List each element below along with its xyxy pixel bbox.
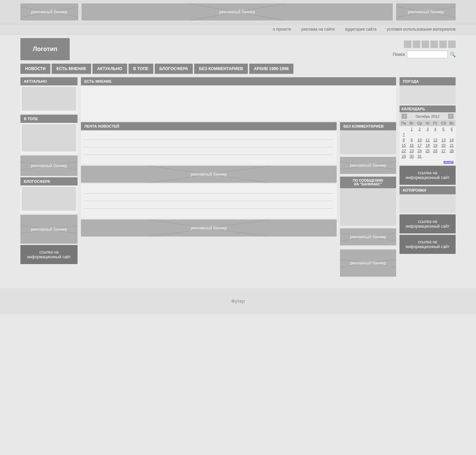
vtope-section: В ТОПЕ xyxy=(20,115,78,154)
aktualno-placeholder xyxy=(22,87,76,111)
right-ad-3-label: рекламный баннер xyxy=(350,261,386,265)
weather-section: ПОГОДА xyxy=(400,77,456,104)
header-icons xyxy=(404,40,456,48)
pso-content xyxy=(340,188,396,226)
top-banner-1-label: рекламный баннер xyxy=(31,10,67,14)
sidebar-right: ПОГОДА КАЛЕНДАРЬ < Октябрь 2012 > Пн Вт … xyxy=(400,77,456,278)
social-icon-3[interactable] xyxy=(422,40,429,48)
right-link-3-label: ссылка на информационный сайт xyxy=(406,240,449,249)
center-ad-1[interactable]: рекламный баннер xyxy=(81,166,337,183)
left-ad-1[interactable]: рекламный баннер xyxy=(20,156,78,176)
blogosfera-content xyxy=(20,185,78,213)
news-item-2[interactable] xyxy=(84,140,333,147)
top-banner-1[interactable]: рекламный баннер xyxy=(20,3,78,20)
search-input[interactable] xyxy=(407,51,448,58)
center-ad-1-label: рекламный баннер xyxy=(191,172,227,177)
nav-audience[interactable]: аудитория сайта xyxy=(345,27,377,32)
right-ad-1-label: рекламный баннер xyxy=(350,163,386,168)
news-item-1[interactable] xyxy=(84,132,333,140)
right-link-2[interactable]: ссылка на информационный сайт xyxy=(400,214,456,233)
aktualno-section: АКТУАЛЬНО xyxy=(20,77,78,113)
center-ad-2[interactable]: рекламный баннер xyxy=(81,220,337,237)
nav-current[interactable]: АКТУАЛЬНО xyxy=(92,64,127,74)
right-link-1-label: ссылка на информационный сайт xyxy=(406,170,449,180)
nav-news[interactable]: НОВОСТИ xyxy=(20,64,50,74)
sidebar-left: АКТУАЛЬНО В ТОПЕ рекламный баннер БЛОГОС… xyxy=(20,77,78,278)
top-banner-3-label: рекламный баннер xyxy=(408,10,444,14)
cal-day-fri: Пт xyxy=(431,120,439,126)
header: Логотип Поиск 🔍 xyxy=(0,35,476,64)
right-ad-2-label: рекламный баннер xyxy=(350,234,386,239)
aktualno-content xyxy=(20,85,78,113)
news-item-6[interactable] xyxy=(84,194,333,201)
news-feed-items xyxy=(81,130,337,164)
bez-komm-section: БЕЗ КОММЕНТАРИЕВ xyxy=(340,122,396,154)
calendar-yesterday-link[interactable]: вчера xyxy=(444,160,454,164)
cal-week-1: 1 2 3 4 5 6 xyxy=(400,126,456,132)
right-link-3[interactable]: ссылка на информационный сайт xyxy=(400,235,456,254)
logo-text: Логотип xyxy=(33,46,57,53)
est-mnenie-content xyxy=(81,85,396,119)
right-ad-1[interactable]: рекламный баннер xyxy=(340,157,396,174)
bez-komm-header: БЕЗ КОММЕНТАРИЕВ xyxy=(340,122,396,130)
social-icon-6[interactable] xyxy=(448,40,456,48)
top-banner-row: рекламный баннер рекламный баннер реклам… xyxy=(0,0,476,24)
news-feed-2-items xyxy=(81,184,337,218)
center-col: ЕСТЬ МНЕНИЕ ЛЕНТА НОВОСТЕЙ рекла xyxy=(81,77,396,278)
footer: Футер xyxy=(0,288,476,314)
social-icon-4[interactable] xyxy=(430,40,438,48)
left-ad-1-label: рекламный баннер xyxy=(31,163,67,168)
news-feed-header: ЛЕНТА НОВОСТЕЙ xyxy=(81,122,337,130)
right-ad-3[interactable]: рекламный баннер xyxy=(340,249,396,277)
social-icon-5[interactable] xyxy=(439,40,447,48)
top-banner-3[interactable]: рекламный баннер xyxy=(396,3,456,20)
cal-week-4: 22 23 24 25 26 27 28 xyxy=(400,148,456,153)
calendar-next[interactable]: > xyxy=(448,114,454,119)
vtope-header: В ТОПЕ xyxy=(20,115,78,123)
weather-content xyxy=(400,85,456,104)
news-item-3[interactable] xyxy=(84,147,333,155)
news-item-4[interactable] xyxy=(84,155,333,162)
social-icon-2[interactable] xyxy=(413,40,420,48)
footer-label: Футер xyxy=(231,298,244,304)
header-right: Поиск 🔍 xyxy=(393,40,456,58)
cal-week-2: 8 9 10 11 12 13 14 xyxy=(400,137,456,143)
nav-terms[interactable]: условия использования материалов xyxy=(387,27,456,32)
nav-blogosphere[interactable]: БЛОГОСФЕРА xyxy=(155,64,193,74)
left-link[interactable]: ссылка на информационный сайт xyxy=(20,245,78,264)
top-banner-2[interactable]: рекламный баннер xyxy=(82,3,393,20)
center-main: ЛЕНТА НОВОСТЕЙ рекламный баннер xyxy=(81,122,337,278)
pso-header: ПО СООБЩЕНИЮИА "БАНКФАКС" xyxy=(340,177,396,188)
nav-top[interactable]: В ТОПЕ xyxy=(129,64,153,74)
cal-day-thu: Чт xyxy=(424,120,431,126)
nav-about[interactable]: о проекте xyxy=(273,27,291,32)
news-item-7[interactable] xyxy=(84,201,333,209)
left-ad-2[interactable]: рекламный баннер xyxy=(20,215,78,244)
main-content: АКТУАЛЬНО В ТОПЕ рекламный баннер БЛОГОС… xyxy=(0,77,476,285)
nav-opinion[interactable]: ЕСТЬ МНЕНИЕ xyxy=(52,64,91,74)
logo[interactable]: Логотип xyxy=(20,38,70,60)
top-banner-2-label: рекламный баннер xyxy=(219,10,255,14)
right-link-2-label: ссылка на информационный сайт xyxy=(406,219,449,229)
calendar-month: Октябрь 2012 xyxy=(415,114,439,118)
left-ad-2-label: рекламный баннер xyxy=(31,227,67,232)
quotes-content xyxy=(400,194,456,213)
cal-week-5: 29 30 31 xyxy=(400,153,456,159)
quotes-section: КОТИРОВКИ xyxy=(400,186,456,213)
nav-no-comments[interactable]: БЕЗ КОММЕНТАРИЕВ xyxy=(194,64,248,74)
calendar-prev[interactable]: < xyxy=(402,114,407,119)
calendar-nav: < Октябрь 2012 > xyxy=(400,112,456,120)
weather-header: ПОГОДА xyxy=(400,77,456,85)
news-item-5[interactable] xyxy=(84,186,333,194)
news-item-8[interactable] xyxy=(84,209,333,216)
nav-ads[interactable]: реклама на сайте xyxy=(301,27,335,32)
right-ad-2[interactable]: рекламный баннер xyxy=(340,228,396,245)
social-icon-1[interactable] xyxy=(404,40,411,48)
search-button[interactable]: 🔍 xyxy=(450,52,456,57)
right-link-1[interactable]: ссылка на информационный сайт xyxy=(400,166,456,185)
nav-archive[interactable]: АРХИВ 1990-1998 xyxy=(249,64,293,74)
calendar-footer[interactable]: вчера xyxy=(400,159,456,164)
cal-week-3: 15 16 17 18 19 20 21 xyxy=(400,143,456,148)
center-body: ЛЕНТА НОВОСТЕЙ рекламный баннер xyxy=(81,122,396,278)
vtope-content xyxy=(20,123,78,154)
